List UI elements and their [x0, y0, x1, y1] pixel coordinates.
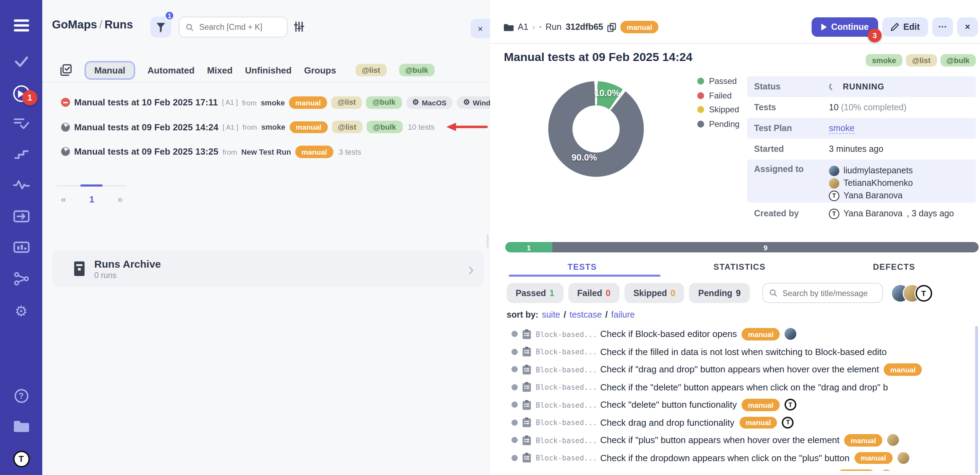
assignee-name[interactable]: Yana Baranova [843, 191, 903, 201]
run-row[interactable]: Manual tests at 10 Feb 2025 17:11 [ A1 ]… [42, 90, 490, 115]
close-detail-button[interactable]: × [957, 18, 978, 37]
tag-filter-list[interactable]: @list [356, 64, 387, 76]
test-cases-icon[interactable] [0, 56, 42, 68]
sort-by-suite[interactable]: suite [542, 310, 560, 320]
search-icon [769, 289, 777, 298]
tag-smoke[interactable]: smoke [865, 54, 902, 67]
archive-count: 0 runs [94, 271, 161, 279]
test-title[interactable]: Check if the filled in data is not lost … [600, 347, 887, 357]
test-row[interactable]: Block-based... Check "delete" button fun… [490, 396, 975, 414]
run-breadcrumb: A1 › • Run 312dfb65 manual [504, 18, 659, 37]
test-title[interactable]: Check if "drag and drop" button appears … [600, 364, 879, 375]
integrations-icon[interactable] [0, 272, 42, 286]
tag-filter-bulk[interactable]: @bulk [399, 64, 434, 76]
run-running-icon [61, 123, 70, 132]
tab-groups[interactable]: Groups [304, 65, 336, 75]
run-tag-bulk: @bulk [367, 121, 402, 134]
tab-unfinished[interactable]: Unfinished [245, 65, 291, 75]
info-row-test-plan: Test Plan smoke [747, 118, 976, 139]
bulk-select-icon[interactable] [60, 64, 72, 76]
avatar: T [782, 417, 794, 429]
help-icon[interactable]: ? [0, 389, 42, 403]
run-row[interactable]: Manual tests at 09 Feb 2025 14:24 [ A1 ]… [42, 115, 490, 139]
test-title[interactable]: Check if the dropdown appears when click… [600, 453, 850, 463]
projects-folder-icon[interactable] [0, 420, 42, 432]
test-type-badge: manual [884, 363, 922, 376]
view-settings-icon[interactable] [293, 21, 305, 35]
tab-manual[interactable]: Manual [84, 61, 135, 80]
info-row-tests: Tests 10 (10% completed) [747, 97, 976, 118]
run-tag-bulk: @bulk [366, 96, 402, 109]
runs-search[interactable] [179, 17, 288, 37]
test-title[interactable]: Check if Block-based editor opens [600, 329, 737, 340]
edit-button[interactable]: Edit [883, 18, 928, 37]
chip-passed[interactable]: Passed1 [507, 283, 563, 303]
sort-by-failure[interactable]: failure [611, 310, 635, 320]
legend-dot-passed [697, 78, 704, 85]
run-title[interactable]: Manual tests at 09 Feb 2025 14:24 [74, 122, 218, 132]
test-row-partial[interactable]: Block-based... manual [490, 467, 975, 471]
run-title[interactable]: Manual tests at 09 Feb 2025 13:25 [74, 147, 218, 157]
tests-search-input[interactable] [781, 288, 876, 298]
runs-archive-row[interactable]: Runs Archive 0 runs › [52, 250, 484, 287]
tests-search[interactable] [762, 283, 883, 303]
copy-icon[interactable] [608, 22, 616, 32]
assignee-avatars[interactable]: T [896, 285, 932, 301]
test-row[interactable]: Block-based... Check if "drag and drop" … [490, 360, 975, 378]
chip-skipped[interactable]: Skipped0 [624, 283, 684, 303]
test-row[interactable]: Block-based... Check if "plus" button ap… [490, 431, 975, 449]
test-title[interactable]: Check if "plus" button appears when hove… [600, 435, 840, 446]
run-title[interactable]: Manual tests at 10 Feb 2025 17:11 [74, 97, 218, 108]
tab-statistics[interactable]: STATISTICS [714, 262, 765, 272]
assignee-name[interactable]: TetianaKhomenko [843, 178, 913, 188]
pagination-page-1[interactable]: 1 [89, 194, 94, 204]
test-title[interactable]: Check "delete" button functionality [600, 400, 737, 410]
breadcrumb-project[interactable]: A1 [518, 22, 528, 32]
settings-gear-icon[interactable]: ⚙ [0, 304, 42, 318]
project-name[interactable]: GoMaps [52, 18, 97, 30]
tab-automated[interactable]: Automated [148, 65, 195, 75]
tab-mixed[interactable]: Mixed [207, 65, 232, 75]
chip-failed[interactable]: Failed0 [568, 283, 619, 303]
test-title[interactable]: Check drag and drop functionality [600, 418, 734, 428]
test-plan-link[interactable]: smoke [829, 123, 854, 134]
search-input[interactable] [198, 22, 281, 32]
folder-icon [504, 23, 514, 31]
test-plans-icon[interactable] [0, 118, 42, 129]
test-row[interactable]: Block-based... Check if Block-based edit… [490, 325, 975, 343]
test-row[interactable]: Block-based... Check if the dropdown app… [490, 449, 975, 467]
tag-bulk[interactable]: @bulk [940, 54, 976, 67]
close-panel-button[interactable]: × [471, 19, 490, 38]
assignee-name[interactable]: liudmylastepanets [843, 166, 913, 175]
more-actions-button[interactable]: ··· [932, 18, 953, 37]
milestones-icon[interactable] [0, 149, 42, 159]
run-id[interactable]: 312dfb65 [566, 22, 603, 32]
import-icon[interactable] [0, 210, 42, 223]
pagination-next[interactable]: » [118, 194, 123, 204]
creator-name[interactable]: Yana Baranova [843, 209, 903, 218]
pagination-indicator [57, 185, 127, 186]
tab-defects[interactable]: DEFECTS [873, 262, 915, 272]
run-source: smoke [261, 123, 286, 131]
test-row[interactable]: Block-based... Check if the "delete" but… [490, 378, 975, 396]
run-stopped-icon [61, 98, 70, 107]
right-scrollbar-thumb[interactable] [975, 326, 978, 473]
test-suite: Block-based... [536, 383, 595, 391]
tab-tests[interactable]: TESTS [568, 262, 597, 272]
test-title[interactable]: Check if the "delete" button appears whe… [600, 382, 888, 392]
left-scrollbar-thumb[interactable] [487, 234, 488, 247]
user-avatar[interactable]: T [0, 451, 42, 467]
divider [42, 82, 490, 83]
dashboard-icon[interactable] [0, 241, 42, 253]
run-row[interactable]: Manual tests at 09 Feb 2025 13:25 from N… [42, 139, 490, 164]
test-row[interactable]: Block-based... Check drag and drop funct… [490, 414, 975, 431]
chip-pending[interactable]: Pending9 [689, 283, 750, 303]
defects-icon[interactable] [0, 180, 42, 189]
run-label: Run [546, 22, 562, 32]
test-row[interactable]: Block-based... Check if the filled in da… [490, 343, 975, 360]
run-info-table: Status RUNNING Tests 10 (10% completed) … [747, 76, 976, 225]
sort-by-testcase[interactable]: testcase [570, 310, 601, 320]
pagination-prev[interactable]: « [61, 194, 66, 204]
tag-list[interactable]: @list [906, 54, 937, 67]
hamburger-menu-icon[interactable] [0, 19, 42, 32]
